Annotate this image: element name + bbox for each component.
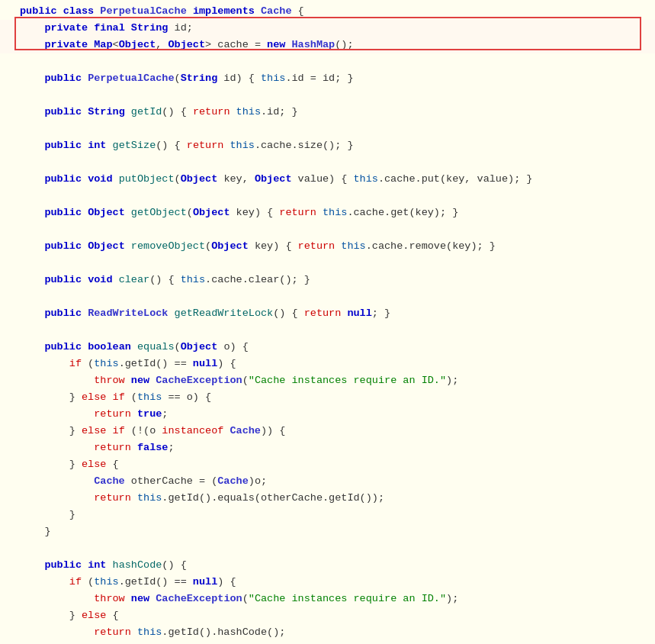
line-content-37: } else { — [14, 607, 655, 624]
line-32: } — [0, 523, 655, 540]
line-37: } else { — [0, 607, 655, 624]
line-18 — [0, 288, 655, 305]
code-block: public class PerpetualCache implements C… — [0, 0, 655, 644]
line-content-29: Cache otherCache = (Cache)o; — [14, 473, 655, 490]
line-13: public Object getObject(Object key) { re… — [0, 204, 655, 221]
line-content-11: public void putObject(Object key, Object… — [14, 171, 655, 188]
line-content-24: } else if (this == o) { — [14, 389, 655, 406]
line-content-2: private final String id; — [14, 20, 655, 37]
line-content-6 — [14, 87, 655, 104]
line-3: private Map<Object, Object> cache = new … — [0, 37, 655, 53]
line-content-12 — [14, 188, 655, 204]
line-12 — [0, 188, 655, 204]
line-4 — [0, 53, 655, 70]
line-content-38: return this.getId().hashCode(); — [14, 624, 655, 641]
line-content-10 — [14, 154, 655, 171]
line-2: private final String id; — [0, 20, 655, 37]
line-34: public int hashCode() { — [0, 557, 655, 574]
line-content-27: return false; — [14, 440, 655, 456]
line-19: public ReadWriteLock getReadWriteLock() … — [0, 305, 655, 322]
line-content-14 — [14, 221, 655, 238]
line-content-25: return true; — [14, 406, 655, 423]
line-5: public PerpetualCache(String id) { this.… — [0, 70, 655, 87]
line-content-22: if (this.getId() == null) { — [14, 356, 655, 372]
line-content-23: throw new CacheException("Cache instance… — [14, 372, 655, 389]
line-content-33 — [14, 540, 655, 557]
line-content-5: public PerpetualCache(String id) { this.… — [14, 70, 655, 87]
line-content-17: public void clear() { this.cache.clear()… — [14, 272, 655, 288]
line-content-26: } else if (!(o instanceof Cache)) { — [14, 423, 655, 440]
line-24: } else if (this == o) { — [0, 389, 655, 406]
line-content-30: return this.getId().equals(otherCache.ge… — [14, 490, 655, 507]
line-11: public void putObject(Object key, Object… — [0, 171, 655, 188]
line-content-20 — [14, 322, 655, 339]
line-content-35: if (this.getId() == null) { — [14, 574, 655, 591]
line-content-4 — [14, 53, 655, 70]
line-content-18 — [14, 288, 655, 305]
line-content-3: private Map<Object, Object> cache = new … — [14, 37, 655, 53]
line-21: public boolean equals(Object o) { — [0, 339, 655, 356]
line-26: } else if (!(o instanceof Cache)) { — [0, 423, 655, 440]
line-content-32: } — [14, 523, 655, 540]
line-7: public String getId() { return this.id; … — [0, 104, 655, 121]
line-39: } — [0, 641, 655, 644]
line-6 — [0, 87, 655, 104]
line-22: if (this.getId() == null) { — [0, 356, 655, 372]
line-content-39: } — [14, 641, 655, 644]
line-content-1: public class PerpetualCache implements C… — [14, 3, 655, 20]
line-25: return true; — [0, 406, 655, 423]
line-content-15: public Object removeObject(Object key) {… — [14, 238, 655, 255]
line-content-8 — [14, 121, 655, 137]
line-content-13: public Object getObject(Object key) { re… — [14, 204, 655, 221]
line-14 — [0, 221, 655, 238]
line-30: return this.getId().equals(otherCache.ge… — [0, 490, 655, 507]
line-content-21: public boolean equals(Object o) { — [14, 339, 655, 356]
line-content-19: public ReadWriteLock getReadWriteLock() … — [14, 305, 655, 322]
line-35: if (this.getId() == null) { — [0, 574, 655, 591]
line-15: public Object removeObject(Object key) {… — [0, 238, 655, 255]
line-content-16 — [14, 255, 655, 272]
line-content-34: public int hashCode() { — [14, 557, 655, 574]
line-9: public int getSize() { return this.cache… — [0, 137, 655, 154]
line-content-28: } else { — [14, 456, 655, 473]
line-36: throw new CacheException("Cache instance… — [0, 591, 655, 607]
line-content-7: public String getId() { return this.id; … — [14, 104, 655, 121]
line-content-36: throw new CacheException("Cache instance… — [14, 591, 655, 607]
line-20 — [0, 322, 655, 339]
line-content-31: } — [14, 507, 655, 523]
line-17: public void clear() { this.cache.clear()… — [0, 272, 655, 288]
line-33 — [0, 540, 655, 557]
line-1: public class PerpetualCache implements C… — [0, 3, 655, 20]
line-10 — [0, 154, 655, 171]
line-29: Cache otherCache = (Cache)o; — [0, 473, 655, 490]
line-content-9: public int getSize() { return this.cache… — [14, 137, 655, 154]
line-23: throw new CacheException("Cache instance… — [0, 372, 655, 389]
line-27: return false; — [0, 440, 655, 456]
line-28: } else { — [0, 456, 655, 473]
line-31: } — [0, 507, 655, 523]
line-16 — [0, 255, 655, 272]
line-8 — [0, 121, 655, 137]
line-38: return this.getId().hashCode(); — [0, 624, 655, 641]
